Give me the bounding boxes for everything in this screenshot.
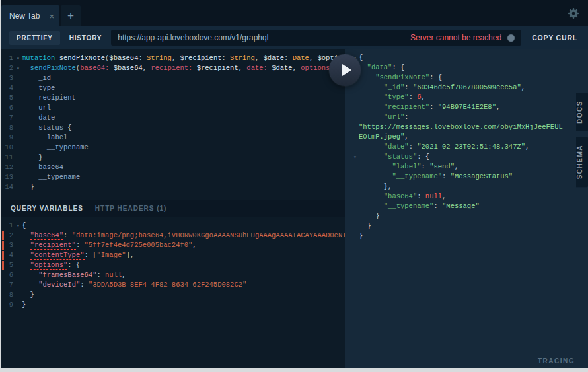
code-text: "__typename": "Message" xyxy=(359,202,583,211)
line-number: 11 xyxy=(1,153,15,163)
code-line: "base64": null, xyxy=(351,192,583,202)
code-line: 8 status { xyxy=(1,123,345,133)
code-text: "deviceId": "3DDA5D3B-8EF4-4F82-8634-62F… xyxy=(22,280,345,290)
lint-marker xyxy=(2,241,4,250)
code-text: "label": "send", xyxy=(359,162,583,172)
code-line: 5 "options": { xyxy=(1,260,345,270)
close-icon[interactable]: × xyxy=(49,11,54,21)
code-text: "type": 6, xyxy=(359,93,583,102)
history-button[interactable]: HISTORY xyxy=(68,31,104,45)
code-text: status { xyxy=(22,123,345,133)
copy-curl-button[interactable]: COPY CURL xyxy=(529,34,580,42)
line-number: 9 xyxy=(1,133,15,143)
fold-spacer xyxy=(15,231,22,241)
line-number: 13 xyxy=(1,172,15,182)
line-number: 5 xyxy=(1,93,15,103)
code-line: 3 _id xyxy=(1,73,345,83)
fold-spacer xyxy=(15,143,22,153)
lint-marker xyxy=(2,251,4,260)
code-line: 2▾ sendPixNote(base64: $base64, recipien… xyxy=(1,63,345,73)
code-line: 3 "recipient": "5ff7ef4e4d725e005bac24f0… xyxy=(1,241,345,250)
fold-spacer xyxy=(15,83,22,93)
query-variables-editor[interactable]: 1▾{2 "base64": "data:image/png;base64,iV… xyxy=(1,217,345,368)
fold-spacer xyxy=(15,172,22,182)
code-line: 4 type xyxy=(1,83,345,93)
fold-spacer xyxy=(15,260,22,270)
side-tab-docs[interactable]: DOCS xyxy=(576,93,588,131)
tab-query-variables[interactable]: QUERY VARIABLES xyxy=(11,205,83,212)
play-icon xyxy=(342,64,351,76)
code-line: }, xyxy=(351,182,583,192)
code-line: 10 __typename xyxy=(1,143,345,153)
tracing-label: TRACING xyxy=(538,357,575,365)
code-line: 13 __typename xyxy=(1,172,345,182)
new-tab-button[interactable]: + xyxy=(61,5,81,26)
tab-http-headers[interactable]: HTTP HEADERS (1) xyxy=(95,205,167,212)
side-tabs: DOCS SCHEMA xyxy=(576,93,588,187)
fold-spacer xyxy=(15,113,22,123)
side-tab-schema[interactable]: SCHEMA xyxy=(576,137,588,187)
code-line: } xyxy=(351,211,583,221)
fold-spacer xyxy=(351,102,359,112)
code-line: ▾ "sendPixNote": { xyxy=(351,73,583,83)
code-line: 8 } xyxy=(1,290,345,300)
execute-query-button[interactable] xyxy=(329,54,361,86)
code-text: } xyxy=(22,153,345,163)
code-text: "__typename": "MessageStatus" xyxy=(359,172,583,182)
code-line: ▾ "status": { xyxy=(351,152,583,162)
code-text: "framesBase64": null, xyxy=(22,270,345,280)
playground-window: New Tab × + PRETTIFY HISTORY Se xyxy=(1,0,588,368)
prettify-button[interactable]: PRETTIFY xyxy=(9,31,60,45)
fold-spacer xyxy=(351,93,359,102)
fold-spacer xyxy=(15,123,22,133)
line-number: 3 xyxy=(1,73,15,83)
tab-new-tab[interactable]: New Tab × xyxy=(1,5,59,26)
fold-spacer xyxy=(351,221,359,231)
fold-spacer xyxy=(351,83,359,93)
code-line: 1▾{ xyxy=(1,221,345,231)
code-text: "contentType": ["Image"], xyxy=(22,250,345,260)
code-text: EOtmP.jpeg", xyxy=(359,132,583,142)
line-number: 1 xyxy=(1,54,15,63)
code-line: "__typename": "MessageStatus" xyxy=(351,172,583,182)
fold-spacer xyxy=(15,250,22,260)
code-text: date xyxy=(22,113,345,123)
url-bar: Server cannot be reached xyxy=(111,30,521,46)
code-line: "https://messages.loveboxlove.com/obyiMx… xyxy=(351,122,583,132)
code-text: "status": { xyxy=(359,152,583,162)
code-text: } xyxy=(22,300,345,310)
code-line: 6 url xyxy=(1,103,345,113)
line-number: 2 xyxy=(1,63,15,73)
code-text: __typename xyxy=(22,143,345,153)
code-text: "_id": "60346dc5f7067800599eec5a", xyxy=(359,83,583,93)
fold-arrow-icon[interactable]: ▾ xyxy=(15,221,22,231)
fold-spacer xyxy=(351,182,359,192)
left-pane: 1▾mutation sendPixNote($base64: String, … xyxy=(1,49,345,368)
line-number: 6 xyxy=(1,103,15,113)
code-text: "data": { xyxy=(359,63,583,73)
status-indicator-dot xyxy=(507,34,515,42)
line-number: 9 xyxy=(1,300,15,310)
code-line: 4 "contentType": ["Image"], xyxy=(1,250,345,260)
code-text: __typename xyxy=(22,172,345,182)
fold-arrow-icon[interactable]: ▾ xyxy=(15,63,22,73)
code-text: "base64": "data:image/png;base64,iVBORw0… xyxy=(22,231,345,241)
code-line: ▾ "data": { xyxy=(351,63,583,73)
code-line: } xyxy=(351,221,583,231)
fold-spacer xyxy=(15,290,22,300)
line-number: 10 xyxy=(1,143,15,153)
fold-arrow-icon[interactable]: ▾ xyxy=(351,152,359,162)
line-number: 7 xyxy=(1,280,15,290)
fold-spacer xyxy=(15,153,22,163)
fold-arrow-icon[interactable]: ▾ xyxy=(15,54,22,63)
endpoint-url-input[interactable] xyxy=(118,33,404,42)
code-text: "recipient": "94B97E41E2E8", xyxy=(359,102,583,112)
query-editor[interactable]: 1▾mutation sendPixNote($base64: String, … xyxy=(1,49,345,200)
tracing-bar[interactable]: TRACING xyxy=(345,353,588,368)
line-number: 8 xyxy=(1,123,15,133)
code-text: mutation sendPixNote($base64: String, $r… xyxy=(22,54,345,63)
fold-spacer xyxy=(351,172,359,182)
fold-spacer xyxy=(15,163,22,172)
settings-button[interactable] xyxy=(568,7,579,19)
gear-icon xyxy=(568,7,579,19)
